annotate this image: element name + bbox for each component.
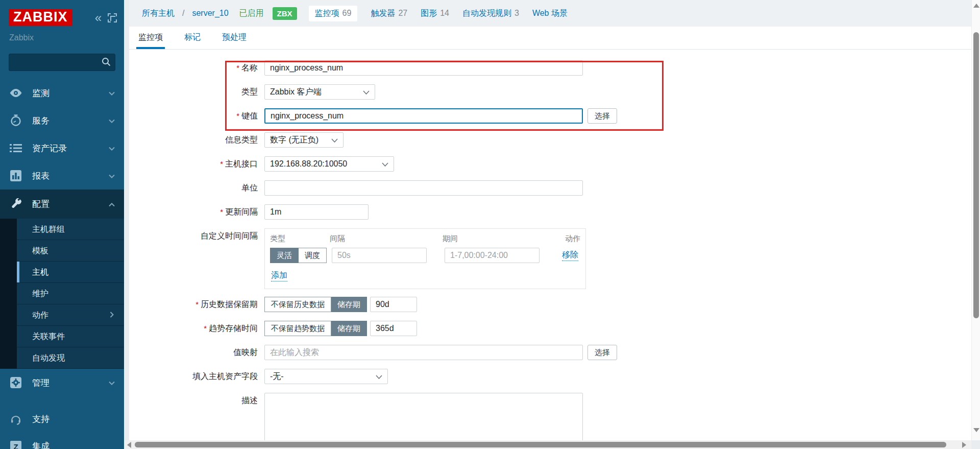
- type-select-value: Zabbix 客户端: [270, 87, 321, 98]
- trends-period-input[interactable]: [370, 321, 417, 336]
- sidebar-item-administration[interactable]: 管理: [0, 369, 124, 396]
- zabbix-logo[interactable]: ZABBIX: [9, 9, 72, 26]
- bar-chart-icon: [9, 170, 22, 181]
- sidebar-item-label: 监测: [32, 87, 50, 99]
- chevron-up-icon: [109, 199, 115, 209]
- chevron-down-icon: [370, 372, 382, 381]
- sidebar-item-label: 报表: [32, 170, 50, 182]
- form-row-info-type: 信息类型 数字 (无正负): [129, 132, 971, 148]
- value-mapping-select-button[interactable]: 选择: [587, 345, 617, 360]
- horizontal-scrollbar-thumb[interactable]: [135, 442, 946, 447]
- update-interval-input[interactable]: [264, 204, 369, 220]
- submenu-item-event-correlation[interactable]: 关联事件: [17, 326, 124, 347]
- period-input[interactable]: [445, 248, 540, 263]
- update-interval-label: *更新间隔: [129, 204, 264, 220]
- form-row-type: 类型 Zabbix 客户端: [129, 84, 971, 100]
- sidebar-item-monitoring[interactable]: 监测: [0, 79, 124, 107]
- description-textarea[interactable]: [264, 393, 583, 448]
- host-status-enabled: 已启用: [239, 8, 264, 19]
- breadcrumb-host[interactable]: server_10: [192, 9, 228, 18]
- sidebar-item-configuration[interactable]: 配置: [0, 190, 124, 219]
- submenu-item-maintenance[interactable]: 维护: [17, 283, 124, 304]
- submenu-item-discovery[interactable]: 自动发现: [17, 347, 124, 369]
- required-asterisk: *: [220, 159, 223, 168]
- history-label: *历史数据保留期: [129, 297, 264, 312]
- sidebar-item-services[interactable]: 服务: [0, 107, 124, 134]
- submenu-item-templates[interactable]: 模板: [17, 240, 124, 262]
- sidebar-item-inventory[interactable]: 资产记录: [0, 134, 124, 162]
- z-icon: Z: [9, 441, 22, 449]
- tab-tags[interactable]: 标记: [182, 32, 203, 49]
- name-input[interactable]: [264, 60, 583, 76]
- scroll-right-arrow-icon[interactable]: [962, 442, 966, 448]
- hostnav-label: 自动发现规则: [462, 8, 511, 19]
- host-interface-select[interactable]: 192.168.88.20:10050: [264, 156, 394, 172]
- collapse-sidebar-icon[interactable]: «: [95, 12, 102, 24]
- hostnav-discovery-rules[interactable]: 自动发现规则 3: [462, 8, 519, 19]
- submenu-item-hosts[interactable]: 主机: [17, 262, 124, 283]
- chevron-down-icon: [376, 159, 388, 169]
- submenu-item-label: 动作: [32, 304, 48, 326]
- required-asterisk: *: [204, 324, 207, 333]
- sidebar-item-label: 集成: [32, 440, 50, 449]
- hostnav-items[interactable]: 监控项 69: [309, 6, 358, 21]
- interval-input[interactable]: [332, 248, 427, 263]
- horizontal-scrollbar[interactable]: [124, 440, 971, 449]
- hostnav-triggers[interactable]: 触发器 27: [371, 8, 407, 19]
- scheduling-toggle-button[interactable]: 调度: [299, 248, 327, 263]
- host-interface-select-value: 192.168.88.20:10050: [270, 159, 347, 169]
- scroll-down-arrow-icon[interactable]: [973, 428, 979, 432]
- scroll-up-arrow-icon[interactable]: [973, 4, 979, 8]
- search-icon[interactable]: [101, 57, 111, 69]
- sidebar-item-reports[interactable]: 报表: [0, 162, 124, 190]
- submenu-item-label: 模板: [32, 240, 48, 262]
- form-row-inventory-field: 填入主机资产字段 -无-: [129, 369, 971, 384]
- submenu-item-host-groups[interactable]: 主机群组: [17, 219, 124, 240]
- expand-sidebar-icon[interactable]: [108, 13, 117, 22]
- chevron-down-icon: [109, 88, 115, 98]
- hostnav-label: 图形: [421, 8, 437, 19]
- info-type-select[interactable]: 数字 (无正负): [264, 132, 344, 148]
- remove-interval-link[interactable]: 移除: [562, 250, 578, 261]
- zbx-availability-badge: ZBX: [273, 7, 297, 20]
- history-period-input[interactable]: [370, 297, 417, 312]
- history-on-button[interactable]: 储存期: [331, 297, 367, 312]
- form-row-custom-intervals: 自定义时间间隔 类型 间隔 期间 动作 灵活 调度: [129, 228, 971, 289]
- key-select-button[interactable]: 选择: [587, 108, 617, 124]
- hostnav-web-scenarios[interactable]: Web 场景: [532, 8, 571, 19]
- gear-icon: [9, 377, 22, 388]
- form-row-description: 描述: [129, 393, 971, 448]
- wrench-icon: [9, 198, 22, 210]
- tab-item[interactable]: 监控项: [136, 32, 165, 49]
- form-row-update-interval: *更新间隔: [129, 204, 971, 220]
- value-mapping-input[interactable]: [264, 345, 583, 360]
- trends-off-button[interactable]: 不保留趋势数据: [264, 321, 331, 336]
- col-header-period: 期间: [443, 234, 564, 244]
- units-input[interactable]: [264, 180, 583, 196]
- key-input[interactable]: [264, 108, 583, 124]
- flexible-toggle-button[interactable]: 灵活: [270, 248, 299, 263]
- sidebar-search-input[interactable]: [9, 54, 115, 71]
- sidebar-item-support[interactable]: 支持: [0, 406, 124, 433]
- trends-label: *趋势存储时间: [129, 321, 264, 336]
- eye-icon: [9, 88, 22, 98]
- inventory-field-select[interactable]: -无-: [264, 369, 388, 384]
- sidebar-item-label: 配置: [32, 198, 50, 210]
- vertical-scrollbar-thumb[interactable]: [973, 32, 979, 318]
- svg-text:Z: Z: [13, 442, 18, 449]
- col-header-interval: 间隔: [330, 234, 443, 244]
- hostnav-label: Web 场景: [532, 8, 568, 19]
- add-interval-link[interactable]: 添加: [271, 270, 287, 281]
- hostnav-graphs[interactable]: 图形 14: [421, 8, 449, 19]
- type-select[interactable]: Zabbix 客户端: [264, 84, 375, 100]
- scroll-left-arrow-icon[interactable]: [127, 442, 131, 448]
- breadcrumb-all-hosts[interactable]: 所有主机: [142, 8, 175, 19]
- trends-on-button[interactable]: 储存期: [331, 321, 367, 336]
- history-off-button[interactable]: 不保留历史数据: [264, 297, 331, 312]
- form-row-name: *名称: [129, 60, 971, 76]
- sidebar-item-integrations[interactable]: Z 集成: [0, 433, 124, 449]
- submenu-item-actions[interactable]: 动作: [17, 304, 124, 326]
- form-row-key: *键值 选择: [129, 108, 971, 124]
- vertical-scrollbar[interactable]: [971, 0, 980, 440]
- tab-preprocessing[interactable]: 预处理: [220, 32, 249, 49]
